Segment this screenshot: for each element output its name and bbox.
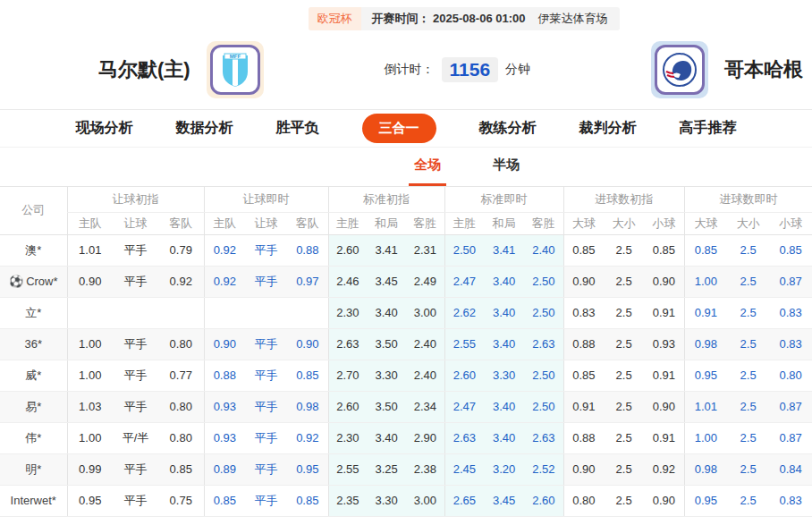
odds-cell: 0.88 bbox=[563, 422, 604, 453]
odds-cell bbox=[158, 297, 204, 328]
countdown-value: 1156 bbox=[442, 57, 499, 82]
odds-cell: 0.90 bbox=[563, 266, 604, 297]
odds-cell: 2.40 bbox=[524, 234, 563, 266]
odds-cell: 平手 bbox=[113, 328, 158, 360]
match-info-bar: 欧冠杯 开赛时间： 2025-08-06 01:00 伊莱达体育场 bbox=[309, 7, 621, 30]
soccer-ball-icon: ⚽ bbox=[9, 275, 23, 288]
company-cell[interactable]: Interwet* bbox=[0, 485, 67, 516]
company-cell[interactable]: 易* bbox=[0, 391, 67, 422]
odds-cell: 0.91 bbox=[684, 297, 727, 328]
odds-table-body: 澳*1.01平手0.790.92平手0.882.603.412.312.503.… bbox=[0, 234, 812, 516]
odds-cell: 2.60 bbox=[328, 391, 367, 422]
odds-cell bbox=[204, 297, 245, 328]
table-row: 立*2.303.403.002.623.402.500.832.50.910.9… bbox=[0, 297, 812, 328]
odds-cell: 0.92 bbox=[644, 453, 684, 485]
sub-header: 大小 bbox=[727, 212, 769, 234]
odds-cell: 0.84 bbox=[769, 453, 812, 485]
company-cell[interactable]: 威* bbox=[0, 360, 67, 391]
odds-cell: 0.87 bbox=[769, 422, 812, 453]
odds-cell: 0.77 bbox=[158, 360, 204, 391]
odds-cell: 2.47 bbox=[444, 266, 484, 297]
odds-cell: 0.92 bbox=[158, 266, 204, 297]
table-row: 明*0.99平手0.850.89平手0.952.553.252.382.453.… bbox=[0, 453, 812, 485]
odds-cell bbox=[113, 297, 158, 328]
nav-tab-2[interactable]: 数据分析 bbox=[176, 119, 233, 138]
home-team: 马尔默(主) MFF bbox=[98, 41, 280, 98]
company-cell[interactable]: 36* bbox=[0, 328, 67, 360]
group-header-4: 标准即时 bbox=[444, 187, 563, 212]
subtab-2[interactable]: 半场 bbox=[487, 157, 525, 186]
odds-cell: 0.85 bbox=[287, 485, 328, 516]
sub-header: 主队 bbox=[204, 212, 245, 234]
company-cell[interactable]: 明* bbox=[0, 453, 67, 485]
odds-cell: 3.50 bbox=[367, 328, 406, 360]
odds-cell: 3.40 bbox=[484, 266, 524, 297]
odds-cell: 2.65 bbox=[444, 485, 484, 516]
odds-cell bbox=[67, 297, 113, 328]
odds-cell: 2.5 bbox=[727, 453, 769, 485]
company-cell[interactable]: ⚽Crow* bbox=[0, 266, 67, 297]
home-team-name: 马尔默(主) bbox=[98, 56, 190, 83]
odds-cell: 0.88 bbox=[563, 328, 604, 360]
nav-tab-4[interactable]: 三合一 bbox=[362, 114, 436, 143]
company-name: 伟* bbox=[25, 431, 41, 445]
odds-cell: 平手 bbox=[245, 328, 287, 360]
odds-cell: 2.63 bbox=[328, 328, 367, 360]
odds-cell: 2.30 bbox=[328, 297, 367, 328]
odds-cell: 0.80 bbox=[563, 485, 604, 516]
odds-cell: 0.95 bbox=[684, 485, 727, 516]
odds-cell: 3.30 bbox=[367, 360, 406, 391]
nav-tab-7[interactable]: 高手推荐 bbox=[680, 119, 737, 138]
odds-cell: 2.70 bbox=[328, 360, 367, 391]
company-cell[interactable]: 伟* bbox=[0, 422, 67, 453]
odds-cell: 0.85 bbox=[158, 453, 204, 485]
nav-tab-3[interactable]: 胜平负 bbox=[276, 119, 319, 138]
nav-tab-5[interactable]: 教练分析 bbox=[479, 119, 537, 138]
odds-cell: 平手 bbox=[245, 391, 287, 422]
odds-cell: 2.60 bbox=[524, 485, 563, 516]
odds-cell: 2.90 bbox=[406, 422, 444, 453]
odds-cell: 2.47 bbox=[444, 391, 484, 422]
odds-cell: 0.79 bbox=[158, 234, 204, 266]
odds-cell: 0.83 bbox=[769, 328, 812, 360]
odds-cell: 2.38 bbox=[406, 453, 444, 485]
odds-cell: 平手 bbox=[113, 360, 158, 391]
league-badge[interactable]: 欧冠杯 bbox=[309, 7, 361, 30]
sub-header: 大球 bbox=[563, 212, 604, 234]
odds-cell: 2.62 bbox=[444, 297, 484, 328]
subtab-1[interactable]: 全场 bbox=[409, 157, 446, 186]
match-header: 马尔默(主) MFF 倒计时： 1156 分钟 bbox=[0, 30, 812, 109]
nav-tab-1[interactable]: 现场分析 bbox=[76, 119, 133, 138]
odds-cell: 2.5 bbox=[604, 266, 644, 297]
group-header-2: 让球即时 bbox=[204, 187, 328, 212]
odds-cell: 0.91 bbox=[644, 297, 684, 328]
odds-cell: 0.90 bbox=[204, 328, 245, 360]
sub-header: 大球 bbox=[684, 212, 727, 234]
odds-cell: 0.90 bbox=[563, 453, 604, 485]
table-row: 澳*1.01平手0.790.92平手0.882.603.412.312.503.… bbox=[0, 234, 812, 266]
odds-cell: 平手 bbox=[245, 234, 287, 266]
nav-tab-6[interactable]: 裁判分析 bbox=[579, 119, 637, 138]
company-name: 威* bbox=[25, 368, 41, 382]
company-name: 36* bbox=[24, 337, 42, 351]
countdown-label: 倒计时： bbox=[385, 62, 435, 78]
table-row: ⚽Crow*0.90平手0.920.92平手0.972.463.452.492.… bbox=[0, 266, 812, 297]
sub-header: 客队 bbox=[287, 212, 328, 234]
odds-cell: 0.93 bbox=[644, 328, 684, 360]
odds-cell: 0.89 bbox=[204, 453, 245, 485]
odds-cell: 0.92 bbox=[204, 266, 245, 297]
sub-header: 让球 bbox=[113, 212, 158, 234]
odds-cell: 2.5 bbox=[604, 391, 644, 422]
company-cell[interactable]: 立* bbox=[0, 297, 67, 328]
odds-cell: 3.41 bbox=[367, 234, 406, 266]
odds-cell: 0.85 bbox=[769, 234, 812, 266]
company-cell[interactable]: 澳* bbox=[0, 234, 67, 266]
sub-header: 大小 bbox=[604, 212, 644, 234]
odds-cell: 平手 bbox=[245, 453, 287, 485]
odds-cell: 2.5 bbox=[727, 391, 769, 422]
odds-cell: 0.88 bbox=[287, 234, 328, 266]
odds-cell: 0.90 bbox=[644, 266, 684, 297]
odds-cell: 0.91 bbox=[563, 391, 604, 422]
odds-cell: 0.83 bbox=[563, 297, 604, 328]
odds-cell: 2.50 bbox=[444, 234, 484, 266]
